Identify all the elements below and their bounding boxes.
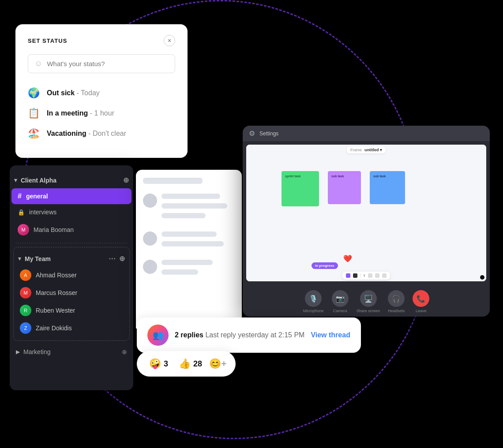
chevron-down-icon: ▾ — [14, 177, 17, 183]
view-thread-button[interactable]: View thread — [311, 331, 350, 339]
thumbsup-count: 28 — [193, 359, 202, 369]
replies-bar: 👥 2 replies Last reply yesterday at 2:15… — [137, 317, 361, 353]
ctrl-camera[interactable]: 📷 Camera — [332, 290, 349, 313]
sidebar-group-my-team[interactable]: ▾ My Team ⋯ ⊕ — [14, 251, 129, 266]
sidebar-group-marketing[interactable]: ▶ Marketing ⊕ — [10, 344, 133, 359]
status-item-vacation[interactable]: 🏖️ Vacationing - Don't clear — [28, 123, 175, 144]
tool-pen — [353, 273, 357, 278]
my-team-section: ▾ My Team ⋯ ⊕ A Ahmad Rosser M Marcus Ro… — [13, 247, 130, 341]
msg-row-2 — [143, 231, 235, 251]
emoji-icon: ☺ — [34, 59, 42, 68]
add-reaction-button[interactable]: 😊+ — [209, 358, 227, 370]
replies-count: 2 replies — [175, 331, 203, 339]
whiteboard-area: sprint task sub task sub task in progres… — [246, 145, 486, 281]
status-item-meeting[interactable]: 📋 In a meeting - 1 hour — [28, 103, 175, 123]
member-ahmad[interactable]: A Ahmad Rosser — [14, 266, 129, 284]
ruben-label: Ruben Wester — [36, 307, 75, 314]
hash-icon: # — [18, 192, 22, 200]
sick-label: Out sick - Today — [47, 89, 100, 97]
member-ruben[interactable]: R Ruben Wester — [14, 302, 129, 319]
vacation-label: Vacationing - Don't clear — [47, 130, 126, 138]
wink-emoji: 🤪 — [149, 358, 161, 370]
reaction-thumbsup[interactable]: 👍 28 — [175, 356, 206, 371]
headsets-label: Headsets — [388, 309, 405, 313]
reactions-bar: 🤪 3 👍 28 😊+ — [137, 351, 236, 377]
member-marcus[interactable]: M Marcus Rosser — [14, 284, 129, 302]
tb-item-1 — [368, 273, 372, 278]
tool-purple — [346, 273, 350, 278]
tb-divider — [360, 273, 360, 278]
message-panel — [136, 170, 242, 329]
msg-line-2b — [161, 241, 224, 246]
close-button[interactable]: × — [164, 35, 175, 46]
headsets-icon: 🎧 — [388, 290, 405, 307]
marketing-label: Marketing — [23, 348, 50, 355]
plus-icon-team[interactable]: ⊕ — [119, 254, 125, 263]
tb-item-2 — [375, 273, 379, 278]
replies-text: 2 replies Last reply yesterday at 2:15 P… — [175, 331, 304, 339]
msg-row-3 — [143, 260, 235, 279]
set-status-title: SET STATUS — [28, 37, 67, 44]
leave-label: Leave — [416, 309, 427, 313]
reaction-wink[interactable]: 🤪 3 — [146, 356, 172, 371]
msg-line-2a — [161, 231, 217, 237]
my-team-label: My Team — [25, 255, 51, 262]
drawing-toolbar: T — [342, 272, 390, 280]
screen-content: Frame untitled ▾ sprint task sub task su… — [246, 145, 486, 281]
maria-avatar: M — [18, 224, 29, 235]
channel-general-label: general — [26, 193, 48, 200]
ctrl-share-screen[interactable]: 🖥️ Share screen — [357, 290, 380, 313]
member-zaire[interactable]: Z Zaire Dokidis — [14, 319, 129, 337]
msg-line-3a — [161, 260, 213, 265]
msg-avatar-2 — [143, 231, 157, 246]
ctrl-leave[interactable]: 📞 Leave — [413, 290, 429, 313]
sidebar: ▾ Client Alpha ⊕ # general 🔒 interviews … — [10, 165, 133, 390]
camera-icon: 📷 — [332, 290, 349, 307]
more-icon[interactable]: ⋯ — [109, 254, 116, 263]
ctrl-microphone[interactable]: 🎙️ Microphone — [303, 290, 324, 313]
plus-icon-marketing[interactable]: ⊕ — [122, 348, 127, 355]
sidebar-group-client-alpha[interactable]: ▾ Client Alpha ⊕ — [10, 172, 133, 188]
vacation-emoji: 🏖️ — [28, 128, 40, 139]
msg-avatar-1 — [143, 194, 157, 208]
screen-titlebar: ⚙ Settings — [243, 126, 490, 141]
sticky-purple: sub task — [328, 171, 361, 204]
zaire-avatar: Z — [20, 322, 31, 334]
ctrl-headsets[interactable]: 🎧 Headsets — [388, 290, 405, 313]
settings-icon[interactable]: ⚙ — [249, 129, 255, 138]
replies-avatar: 👥 — [147, 325, 169, 346]
replies-timestamp-text: Last reply yesterday at 2:15 PM — [205, 331, 304, 339]
text-tool-icon: T — [363, 274, 365, 278]
plus-icon-client[interactable]: ⊕ — [123, 176, 129, 184]
msg-avatar-3 — [143, 260, 157, 274]
heart-reaction: ❤️ — [343, 254, 352, 263]
lock-icon: 🔒 — [18, 209, 25, 216]
tb-item-3 — [382, 273, 387, 278]
channel-interviews[interactable]: 🔒 interviews — [11, 205, 131, 220]
frame-label: Frame — [350, 148, 362, 152]
chevron-right-icon: ▶ — [16, 349, 20, 355]
dm-maria[interactable]: M Maria Booman — [11, 220, 131, 239]
channel-interviews-label: interviews — [29, 209, 56, 216]
untitled-label: untitled ▾ — [364, 148, 382, 152]
sticky-green: sprint task — [282, 171, 319, 206]
msg-row-1 — [143, 194, 235, 223]
meeting-label: In a meeting - 1 hour — [47, 109, 114, 117]
microphone-icon: 🎙️ — [305, 290, 322, 307]
maria-label: Maria Booman — [34, 226, 74, 233]
divider — [16, 243, 127, 243]
channel-general[interactable]: # general — [11, 188, 131, 204]
status-input[interactable] — [47, 60, 169, 67]
screen-window: ⚙ Settings Frame untitled ▾ sprint task … — [243, 126, 490, 317]
marcus-label: Marcus Rosser — [36, 289, 77, 296]
call-controls: 🎙️ Microphone 📷 Camera 🖥️ Share screen 🎧… — [243, 285, 490, 317]
camera-label: Camera — [333, 309, 347, 313]
chevron-down-icon-team: ▾ — [18, 255, 21, 262]
leave-icon: 📞 — [413, 290, 429, 307]
msg-line-1c — [161, 213, 206, 218]
msg-line-3b — [161, 269, 198, 275]
share-screen-label: Share screen — [357, 309, 380, 313]
nav-dot — [480, 275, 484, 280]
add-reaction-icon: 😊+ — [209, 358, 227, 369]
status-item-sick[interactable]: 🌍 Out sick - Today — [28, 83, 175, 103]
